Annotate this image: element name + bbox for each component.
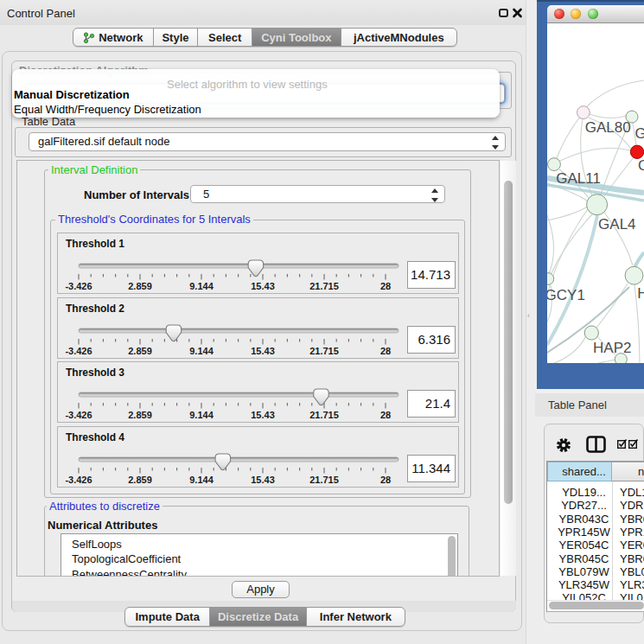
- svg-text:21.715: 21.715: [309, 346, 339, 356]
- svg-text:GAL80: GAL80: [585, 119, 631, 136]
- svg-text:21.715: 21.715: [309, 281, 339, 291]
- svg-text:-3.426: -3.426: [65, 410, 92, 420]
- svg-text:15.43: 15.43: [251, 475, 275, 485]
- svg-text:28: 28: [380, 281, 391, 291]
- svg-text:9.144: 9.144: [189, 475, 214, 485]
- svg-text:-3.426: -3.426: [65, 475, 92, 485]
- svg-text:GAL11: GAL11: [556, 170, 601, 187]
- svg-text:-3.426: -3.426: [65, 281, 92, 291]
- svg-text:28: 28: [380, 410, 391, 420]
- svg-text:15.43: 15.43: [251, 410, 275, 420]
- svg-text:-3.426: -3.426: [65, 346, 92, 356]
- svg-text:9.144: 9.144: [189, 346, 214, 356]
- svg-text:9.144: 9.144: [189, 410, 214, 420]
- svg-text:21.715: 21.715: [309, 410, 339, 420]
- svg-text:2.859: 2.859: [128, 475, 152, 485]
- svg-text:GA: GA: [635, 125, 644, 142]
- svg-text:2.859: 2.859: [128, 281, 152, 291]
- svg-text:28: 28: [380, 346, 391, 356]
- svg-text:H: H: [637, 285, 644, 302]
- svg-text:2.859: 2.859: [128, 410, 152, 420]
- svg-text:HAP2: HAP2: [593, 340, 631, 356]
- svg-text:15.43: 15.43: [251, 346, 275, 356]
- svg-text:GCY1: GCY1: [547, 287, 585, 303]
- svg-text:21.715: 21.715: [309, 475, 339, 485]
- svg-text:15.43: 15.43: [251, 281, 275, 291]
- svg-text:CY: CY: [638, 157, 644, 174]
- svg-text:GAL4: GAL4: [598, 216, 635, 233]
- svg-text:28: 28: [380, 475, 391, 485]
- svg-text:2.859: 2.859: [128, 346, 152, 356]
- svg-text:9.144: 9.144: [189, 281, 214, 291]
